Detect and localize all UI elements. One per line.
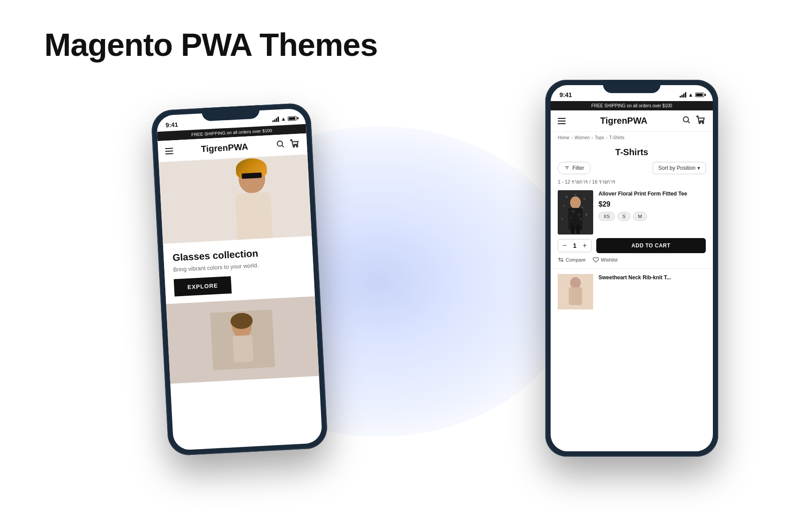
breadcrumb-sep-1: › bbox=[571, 135, 573, 140]
product-row-1: Allover Floral Print Form Fitted Tee $29… bbox=[558, 190, 706, 235]
svg-point-0 bbox=[277, 141, 282, 146]
add-to-cart-button[interactable]: ADD TO CART bbox=[596, 238, 706, 253]
action-row-1: Compare Wishlist bbox=[558, 257, 706, 263]
menu-icon-right[interactable] bbox=[558, 118, 566, 124]
svg-point-25 bbox=[561, 218, 563, 220]
nav-icons-right bbox=[682, 115, 706, 127]
svg-point-4 bbox=[297, 146, 298, 147]
cart-row-1: − 1 + ADD TO CART bbox=[558, 238, 706, 253]
status-icons-right: ▲ bbox=[680, 92, 704, 98]
phone-right: 9:41 ▲ FREE bbox=[545, 80, 718, 457]
svg-rect-2 bbox=[291, 140, 292, 141]
second-section-image bbox=[210, 309, 275, 370]
qty-increase-button[interactable]: + bbox=[583, 242, 587, 250]
menu-icon-left[interactable] bbox=[165, 148, 173, 154]
breadcrumb-tshirts[interactable]: T-Shirts bbox=[609, 135, 624, 140]
sort-button[interactable]: Sort by Position ▾ bbox=[653, 162, 706, 174]
svg-point-30 bbox=[570, 217, 572, 219]
qty-decrease-button[interactable]: − bbox=[563, 242, 567, 250]
filter-icon bbox=[564, 165, 570, 171]
product-row-2: Sweetheart Neck Rib-knit T... bbox=[558, 274, 706, 309]
breadcrumb-tops[interactable]: Tops bbox=[595, 135, 604, 140]
svg-point-3 bbox=[293, 146, 294, 147]
battery-icon-right bbox=[695, 93, 704, 97]
product-image-1 bbox=[558, 190, 593, 235]
search-icon-left[interactable] bbox=[276, 139, 285, 151]
product-info-1: Allover Floral Print Form Fitted Tee $29… bbox=[598, 190, 706, 235]
size-m[interactable]: M bbox=[633, 212, 647, 221]
person-head bbox=[238, 161, 266, 194]
phone-left-frame: 9:41 ▲ FREE bbox=[151, 102, 328, 456]
product-item-2: Sweetheart Neck Rib-knit T... bbox=[551, 269, 713, 309]
filter-row: Filter Sort by Position ▾ bbox=[551, 162, 713, 178]
svg-point-12 bbox=[699, 122, 700, 124]
status-icons-left: ▲ bbox=[272, 115, 297, 123]
svg-point-24 bbox=[586, 214, 588, 216]
size-row-1: XS S M bbox=[598, 212, 706, 221]
svg-point-18 bbox=[565, 196, 568, 198]
breadcrumb-women[interactable]: Women bbox=[575, 135, 590, 140]
search-icon-right[interactable] bbox=[682, 115, 691, 126]
wishlist-link[interactable]: Wishlist bbox=[593, 257, 618, 263]
phone-left-screen: 9:41 ▲ FREE bbox=[156, 108, 322, 451]
breadcrumb-sep-3: › bbox=[606, 135, 607, 140]
logo-left: TigrenPWA bbox=[201, 142, 248, 155]
breadcrumb-home[interactable]: Home bbox=[558, 135, 570, 140]
cart-icon-left[interactable] bbox=[290, 138, 300, 150]
svg-point-20 bbox=[583, 198, 586, 200]
product-info-2: Sweetheart Neck Rib-knit T... bbox=[598, 274, 706, 309]
svg-point-37 bbox=[570, 277, 581, 289]
signal-icon-right bbox=[680, 92, 686, 98]
phone-right-screen: 9:41 ▲ FREE bbox=[551, 85, 713, 451]
svg-rect-7 bbox=[233, 335, 254, 363]
filter-button[interactable]: Filter bbox=[558, 162, 591, 174]
svg-rect-38 bbox=[569, 287, 582, 305]
explore-button[interactable]: EXPLORE bbox=[174, 276, 232, 297]
svg-point-13 bbox=[702, 122, 704, 124]
nav-bar-right: TigrenPWA bbox=[551, 110, 713, 132]
product-item-1: Allover Floral Print Form Fitted Tee $29… bbox=[551, 190, 713, 269]
compare-link[interactable]: Compare bbox=[558, 257, 586, 263]
svg-point-19 bbox=[575, 194, 576, 196]
signal-icon-left bbox=[272, 117, 279, 122]
phone-left: 9:41 ▲ FREE bbox=[151, 102, 328, 456]
phones-container: 9:41 ▲ FREE bbox=[35, 80, 763, 532]
phone-right-notch bbox=[603, 80, 661, 93]
svg-rect-11 bbox=[697, 116, 698, 117]
promo-bar-right: FREE SHIPPING on all orders over $100 bbox=[551, 101, 713, 110]
product-thumbnail-1[interactable] bbox=[558, 190, 593, 235]
svg-rect-33 bbox=[576, 225, 580, 234]
compare-icon bbox=[558, 257, 564, 263]
hero-overlay: Glasses collection Bring vibrant colors … bbox=[163, 236, 315, 304]
sunglasses bbox=[242, 172, 262, 179]
svg-rect-32 bbox=[571, 225, 575, 234]
logo-right: TigrenPWA bbox=[600, 116, 647, 126]
qty-value: 1 bbox=[570, 242, 579, 249]
size-s[interactable]: S bbox=[618, 212, 630, 221]
hero-area-left: Glasses collection Bring vibrant colors … bbox=[159, 155, 315, 304]
wifi-icon-right: ▲ bbox=[688, 92, 693, 98]
cart-icon-right[interactable] bbox=[696, 115, 706, 127]
product-thumbnail-2[interactable] bbox=[558, 274, 593, 309]
phone-right-frame: 9:41 ▲ FREE bbox=[545, 80, 718, 457]
category-title: T-Shirts bbox=[551, 144, 713, 162]
product-name-1[interactable]: Allover Floral Print Form Fitted Tee bbox=[598, 190, 706, 198]
product-name-2[interactable]: Sweetheart Neck Rib-knit T... bbox=[598, 274, 706, 282]
svg-point-21 bbox=[563, 205, 565, 207]
battery-icon-left bbox=[288, 116, 297, 121]
wifi-icon-left: ▲ bbox=[281, 116, 286, 122]
size-xs[interactable]: XS bbox=[598, 212, 615, 221]
breadcrumb-sep-2: › bbox=[591, 135, 593, 140]
svg-point-31 bbox=[580, 218, 582, 220]
svg-line-1 bbox=[282, 145, 284, 147]
page-title: Magento PWA Themes bbox=[44, 27, 377, 63]
svg-point-29 bbox=[578, 214, 580, 216]
product-image-2 bbox=[558, 274, 593, 309]
status-time-right: 9:41 bbox=[559, 91, 572, 98]
nav-icons-left bbox=[276, 138, 300, 151]
heart-icon bbox=[593, 257, 599, 263]
second-section bbox=[166, 296, 319, 383]
svg-line-10 bbox=[688, 121, 690, 123]
svg-point-26 bbox=[570, 196, 581, 209]
breadcrumb: Home › Women › Tops › T-Shirts bbox=[551, 132, 713, 144]
